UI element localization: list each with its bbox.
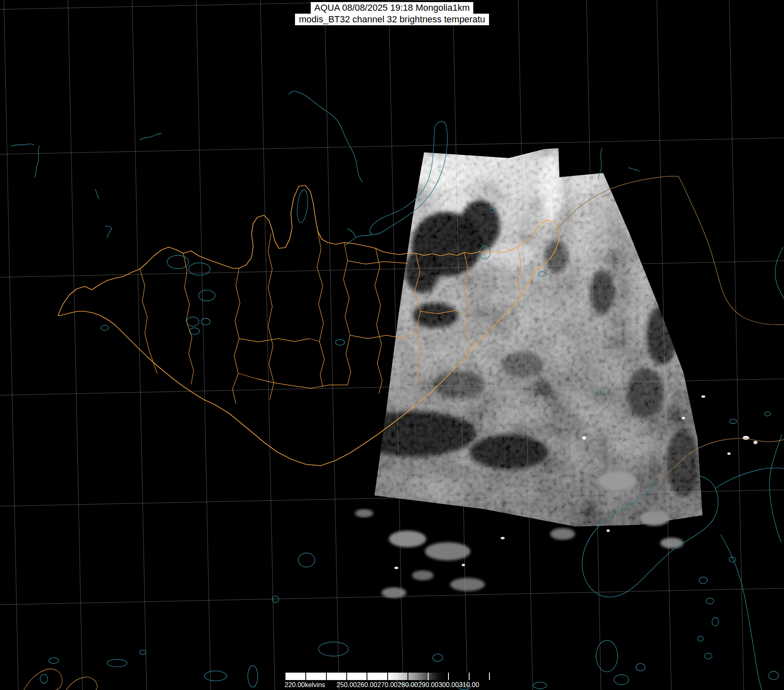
graticule-meridian — [132, 0, 147, 690]
rivers-lakes-ellipse — [101, 325, 108, 330]
coastlines-path — [775, 248, 784, 299]
title-line-1: AQUA 08/08/2025 19:18 Mongolia1km — [311, 2, 473, 14]
coastlines-ellipse — [40, 674, 48, 683]
rivers-lakes-ellipse — [298, 553, 315, 567]
colorbar-tick-240 — [326, 673, 327, 680]
white-speck — [501, 537, 505, 539]
border-fragment-bottom-left — [24, 669, 97, 690]
coastlines-ellipse — [769, 671, 779, 680]
rivers-lakes-ellipse — [201, 318, 210, 325]
colorbar-label-260: 260.00 — [357, 681, 377, 689]
province-borders-path — [268, 234, 274, 399]
graticule-parallel — [0, 260, 784, 278]
white-speck — [753, 441, 758, 444]
coastlines-ellipse — [765, 412, 770, 416]
border-fragment-bottom-left-path — [66, 677, 97, 690]
colorbar-tick-270 — [387, 673, 388, 680]
graticule-meridian — [67, 0, 83, 690]
coastlines-ellipse — [729, 419, 737, 423]
coastlines-ellipse — [699, 577, 707, 584]
title-line-2: modis_BT32 channel 32 brightness tempera… — [295, 14, 489, 25]
image-title: AQUA 08/08/2025 19:18 Mongolia1km modis_… — [0, 2, 784, 25]
colorbar-label-280: 280.00 — [398, 681, 418, 689]
rivers-lakes-path — [348, 228, 356, 238]
rivers-lakes-path — [95, 190, 99, 199]
coastlines-ellipse — [107, 659, 127, 667]
province-borders-path — [375, 248, 382, 393]
coastlines-path — [770, 435, 782, 542]
gray-patch — [450, 578, 485, 591]
coastlines-path — [721, 535, 762, 690]
coastlines-ellipse — [319, 642, 348, 656]
satellite-swath — [343, 137, 758, 598]
colorbar-tick-280 — [408, 673, 408, 680]
graticule-meridian — [729, 0, 744, 690]
colorbar-tick-290 — [428, 673, 429, 680]
satellite-map-product: AQUA 08/08/2025 19:18 Mongolia1km modis_… — [0, 0, 784, 690]
colorbar-tick-300 — [448, 673, 449, 680]
black-gap-blob — [374, 245, 399, 285]
white-speck — [607, 529, 610, 532]
map-graphic — [0, 0, 784, 690]
gray-patch — [425, 542, 470, 560]
coastlines-ellipse — [533, 682, 547, 689]
coastlines-ellipse — [49, 658, 59, 664]
rivers-lakes-ellipse — [189, 263, 210, 275]
gray-patch — [598, 471, 636, 491]
rivers-lakes-path — [35, 146, 40, 177]
coastlines-ellipse — [698, 636, 703, 641]
graticule-meridian — [324, 0, 339, 690]
colorbar-tick-260 — [367, 673, 367, 680]
colorbar-label-270: 270.00 — [377, 681, 398, 689]
graticule-meridian — [4, 0, 19, 690]
province-borders-path — [239, 339, 319, 342]
colorbar-gradient — [285, 673, 492, 680]
black-gap-blob — [365, 291, 386, 342]
white-speck — [701, 395, 705, 398]
rivers-lakes-ellipse — [199, 290, 215, 301]
province-borders-path — [238, 373, 348, 388]
coastlines-ellipse — [705, 653, 712, 659]
colorbar-label-290: 290.00 — [418, 681, 439, 689]
gray-patch — [389, 531, 426, 547]
coastlines-ellipse — [636, 664, 645, 671]
province-borders-path — [348, 261, 408, 264]
gray-patch — [412, 570, 434, 580]
coastlines-path — [715, 468, 784, 488]
rivers-lakes-ellipse — [167, 255, 189, 269]
rivers-lakes-ellipse — [189, 328, 199, 334]
coastlines-ellipse — [139, 650, 146, 654]
colorbar-tick-320 — [489, 673, 490, 680]
coastlines-ellipse — [596, 640, 618, 672]
rivers-lakes-ellipse — [296, 189, 309, 223]
white-speck — [682, 417, 685, 419]
white-speck — [727, 452, 731, 455]
rivers-lakes-ellipse — [336, 339, 345, 345]
colorbar-label-310: 310.00 — [459, 681, 479, 689]
province-borders-path — [343, 243, 351, 385]
gray-patch — [640, 511, 669, 526]
black-gap-blob — [343, 390, 378, 442]
rivers-lakes-ellipse — [272, 596, 279, 603]
rivers-lakes-ellipse — [187, 317, 199, 326]
gray-patch — [550, 528, 575, 540]
gray-patch — [355, 509, 373, 517]
border-fragment-bottom-left-path — [24, 669, 62, 690]
rivers-lakes-path — [140, 133, 161, 140]
coastlines-ellipse — [433, 654, 443, 661]
colorbar-unit-label: 220.00kelvins — [285, 681, 325, 689]
rivers-lakes-path — [289, 91, 362, 182]
coastlines-ellipse — [712, 618, 719, 626]
colorbar-tick-310 — [469, 673, 470, 680]
coastlines-path — [629, 168, 639, 171]
rivers-lakes-path — [12, 144, 34, 146]
white-speck — [582, 436, 586, 440]
graticule-meridian — [196, 0, 211, 690]
coastlines-ellipse — [248, 666, 258, 687]
white-speck — [394, 567, 398, 569]
gray-patch — [660, 538, 683, 548]
colorbar-label-250: 250.00 — [336, 681, 357, 689]
coastlines-ellipse — [706, 598, 714, 604]
rivers-lakes-path — [105, 226, 112, 238]
province-borders-path — [233, 268, 240, 404]
